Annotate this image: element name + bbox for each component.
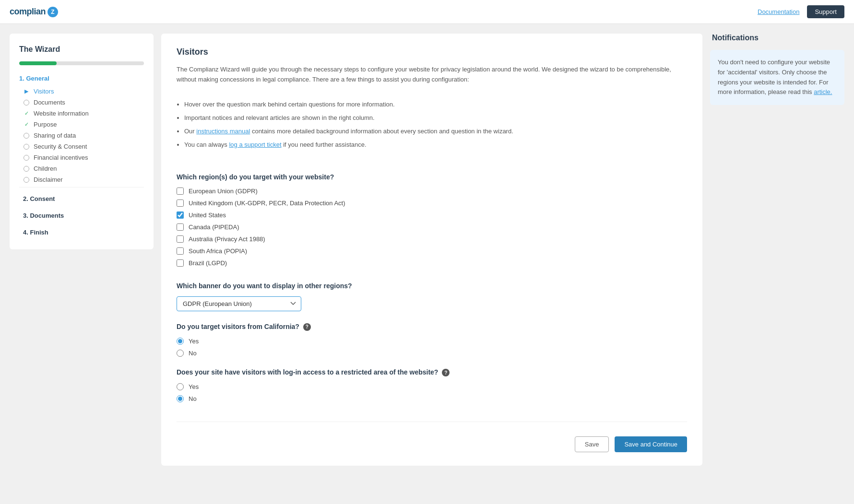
banner-question-label: Which banner do you want to display in o… <box>177 282 687 290</box>
section-documents-header: 3. Documents <box>19 208 144 221</box>
intro-bullet-2: Important notices and relevant articles … <box>184 112 687 124</box>
circle-icon-disclaimer <box>23 176 30 183</box>
intro-list: Hover over the question mark behind cert… <box>184 98 687 152</box>
logo: complian Z <box>10 7 58 17</box>
banner-dropdown[interactable]: GDPR (European Union) UK-GDPR PIPEDA (Ca… <box>177 296 301 311</box>
check-icon-purpose: ✓ <box>23 121 30 128</box>
sidebar-label-visitors: Visitors <box>34 88 54 95</box>
intro-text: The Complianz Wizard will guide you thro… <box>177 65 687 85</box>
section-general-header: 1. General <box>19 75 144 82</box>
sidebar-item-children[interactable]: Children <box>19 163 144 174</box>
login-radio-list: Yes No <box>177 383 687 402</box>
check-icon-website: ✓ <box>23 110 30 117</box>
checkbox-canada[interactable]: Canada (PIPEDA) <box>177 223 687 231</box>
login-yes[interactable]: Yes <box>177 383 687 390</box>
login-yes-radio[interactable] <box>177 383 184 390</box>
section-consent-header: 2. Consent <box>19 191 144 204</box>
sidebar-label-website-information: Website information <box>34 110 89 117</box>
support-ticket-link[interactable]: log a support ticket <box>229 141 281 148</box>
logo-z-badge: Z <box>47 7 58 17</box>
divider-1 <box>19 187 144 188</box>
header-right: Documentation Support <box>758 5 844 18</box>
sidebar-item-website-information[interactable]: ✓ Website information <box>19 108 144 119</box>
save-continue-button[interactable]: Save and Continue <box>615 436 687 452</box>
support-button[interactable]: Support <box>807 5 844 18</box>
checkbox-uk-gdpr[interactable]: United Kingdom (UK-GDPR, PECR, Data Prot… <box>177 199 687 207</box>
footer-buttons: Save Save and Continue <box>177 422 687 452</box>
regions-checkbox-list: European Union (GDPR) United Kingdom (UK… <box>177 188 687 267</box>
sidebar-item-security-consent[interactable]: Security & Consent <box>19 141 144 152</box>
intro-bullet-1: Hover over the question mark behind cert… <box>184 98 687 111</box>
login-no-radio[interactable] <box>177 395 184 402</box>
checkbox-south-africa[interactable]: South Africa (POPIA) <box>177 247 687 255</box>
main-container: The Wizard 1. General ▶ Visitors Documen… <box>0 24 854 475</box>
checkbox-australia[interactable]: Australia (Privacy Act 1988) <box>177 235 687 243</box>
sidebar-label-purpose: Purpose <box>34 121 57 128</box>
checkbox-label-south-africa: South Africa (POPIA) <box>189 247 247 255</box>
regions-question-label: Which region(s) do you target with your … <box>177 173 687 181</box>
checkbox-label-uk-gdpr: United Kingdom (UK-GDPR, PECR, Data Prot… <box>189 199 345 207</box>
sidebar-label-security-consent: Security & Consent <box>34 143 87 150</box>
circle-icon-children <box>23 165 30 172</box>
sidebar-item-disclaimer[interactable]: Disclaimer <box>19 174 144 185</box>
header: complian Z Documentation Support <box>0 0 854 24</box>
section-finish-header: 4. Finish <box>19 225 144 238</box>
sidebar-item-financial-incentives[interactable]: Financial incentives <box>19 152 144 163</box>
logo-text: complian <box>10 7 46 17</box>
checkbox-input-eu-gdpr[interactable] <box>177 188 184 195</box>
checkbox-label-australia: Australia (Privacy Act 1988) <box>189 235 265 243</box>
notifications-panel: Notifications You don't need to configur… <box>710 34 844 105</box>
sidebar: The Wizard 1. General ▶ Visitors Documen… <box>10 34 154 249</box>
california-no[interactable]: No <box>177 350 687 357</box>
instructions-manual-link[interactable]: instructions manual <box>196 128 250 135</box>
progress-bar-fill <box>19 61 57 65</box>
documentation-link[interactable]: Documentation <box>758 8 799 15</box>
circle-icon-financial <box>23 154 30 161</box>
checkbox-label-eu-gdpr: European Union (GDPR) <box>189 188 258 195</box>
sidebar-label-children: Children <box>34 165 57 172</box>
sidebar-label-disclaimer: Disclaimer <box>34 176 63 183</box>
checkbox-input-brazil[interactable] <box>177 259 184 267</box>
arrow-icon: ▶ <box>23 88 30 95</box>
sidebar-item-sharing-of-data[interactable]: Sharing of data <box>19 130 144 141</box>
notification-text: You don't need to configure your website… <box>718 59 830 95</box>
california-yes-label: Yes <box>189 338 199 345</box>
checkbox-us[interactable]: United States <box>177 211 687 219</box>
sidebar-nav: ▶ Visitors Documents ✓ Website informati… <box>19 86 144 238</box>
sidebar-label-documents: Documents <box>34 99 65 106</box>
login-no[interactable]: No <box>177 395 687 402</box>
california-yes[interactable]: Yes <box>177 338 687 345</box>
intro-bullet-3: Our instructions manual contains more de… <box>184 125 687 138</box>
progress-bar-container <box>19 61 144 65</box>
login-no-label: No <box>189 395 197 402</box>
circle-icon-security <box>23 143 30 150</box>
california-yes-radio[interactable] <box>177 338 184 345</box>
california-no-radio[interactable] <box>177 350 184 357</box>
california-radio-list: Yes No <box>177 338 687 357</box>
checkbox-brazil[interactable]: Brazil (LGPD) <box>177 259 687 267</box>
california-question-label: Do you target visitors from California? … <box>177 323 687 331</box>
checkbox-input-us[interactable] <box>177 211 184 219</box>
login-question-label: Does your site have visitors with log-in… <box>177 368 687 376</box>
sidebar-item-documents[interactable]: Documents <box>19 97 144 108</box>
sidebar-title: The Wizard <box>19 45 144 54</box>
checkbox-label-us: United States <box>189 211 226 219</box>
checkbox-input-australia[interactable] <box>177 235 184 243</box>
checkbox-label-canada: Canada (PIPEDA) <box>189 223 239 231</box>
notification-article-link[interactable]: article. <box>814 88 832 95</box>
circle-icon-sharing <box>23 132 30 139</box>
page-title: Visitors <box>177 47 687 57</box>
sidebar-item-purpose[interactable]: ✓ Purpose <box>19 119 144 130</box>
sidebar-item-visitors[interactable]: ▶ Visitors <box>19 86 144 97</box>
checkbox-input-canada[interactable] <box>177 223 184 231</box>
sidebar-label-sharing-of-data: Sharing of data <box>34 132 76 139</box>
checkbox-eu-gdpr[interactable]: European Union (GDPR) <box>177 188 687 195</box>
circle-icon-documents <box>23 99 30 106</box>
login-yes-label: Yes <box>189 383 199 390</box>
checkbox-input-uk-gdpr[interactable] <box>177 199 184 207</box>
login-help-icon[interactable]: ? <box>442 369 450 376</box>
save-button[interactable]: Save <box>575 436 609 452</box>
california-help-icon[interactable]: ? <box>303 323 311 331</box>
intro-bullet-4: You can always log a support ticket if y… <box>184 139 687 151</box>
checkbox-input-south-africa[interactable] <box>177 247 184 255</box>
